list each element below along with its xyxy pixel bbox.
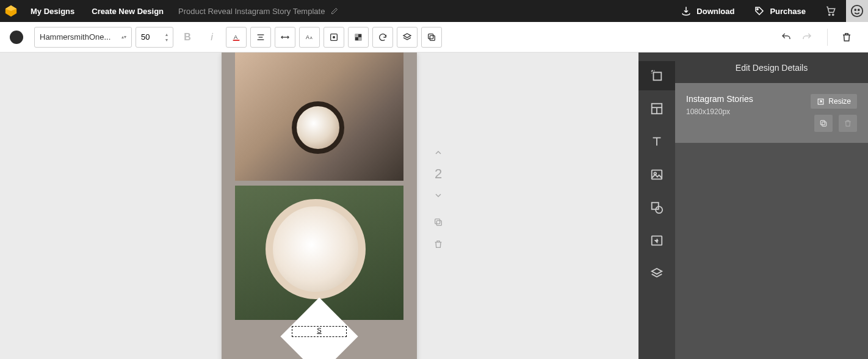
redo-button[interactable]: [801, 32, 812, 43]
canvas-area[interactable]: S FEATURING 2: [0, 53, 638, 359]
page-side-controls: 2: [433, 148, 443, 249]
create-new-design-link[interactable]: Create New Design: [83, 7, 172, 16]
font-size-value: 50: [141, 32, 150, 42]
font-color-button[interactable]: A: [226, 27, 247, 48]
spacing-button[interactable]: [275, 27, 295, 48]
svg-point-3: [829, 14, 830, 15]
account-smiley-icon[interactable]: [846, 0, 868, 22]
box-border-button[interactable]: [324, 27, 344, 48]
layers-button[interactable]: [397, 27, 418, 48]
text-color-swatch[interactable]: [10, 31, 23, 44]
rail-layers-icon[interactable]: [638, 259, 675, 288]
font-family-value: HammersmithOne...: [40, 32, 110, 42]
svg-text:A: A: [310, 36, 313, 40]
rail-shapes-icon[interactable]: [638, 193, 675, 222]
edit-title-icon[interactable]: [331, 7, 338, 15]
rail-favorites-icon[interactable]: [638, 226, 675, 255]
font-size-stepper-icon: ▴▾: [165, 32, 168, 43]
page-number-label: 2: [435, 166, 442, 182]
resize-label: Resize: [828, 97, 851, 106]
svg-rect-9: [233, 40, 240, 41]
canvas-page-2[interactable]: S: [222, 53, 417, 359]
svg-rect-26: [654, 73, 662, 81]
svg-rect-23: [429, 34, 433, 38]
design-title: Product Reveal Instagram Story Template: [172, 7, 331, 16]
svg-rect-20: [358, 37, 361, 40]
artboard-dimensions: 1080x1920px: [686, 107, 753, 116]
rail-images-icon[interactable]: [638, 160, 675, 189]
duplicate-artboard-icon[interactable]: [814, 115, 833, 132]
svg-point-5: [852, 5, 863, 16]
right-rail: [638, 53, 675, 359]
artboard-title: Instagram Stories: [686, 94, 753, 104]
svg-rect-22: [430, 35, 435, 40]
page-down-icon[interactable]: [433, 190, 443, 200]
svg-point-17: [333, 36, 335, 38]
svg-rect-38: [820, 120, 825, 125]
rail-design-details-icon[interactable]: [638, 61, 675, 90]
svg-rect-37: [822, 122, 826, 126]
toolbar-divider: [827, 29, 828, 46]
svg-point-7: [858, 9, 859, 10]
delete-button[interactable]: [835, 32, 858, 43]
app-logo[interactable]: [0, 0, 22, 22]
svg-rect-25: [435, 219, 440, 224]
font-size-input[interactable]: 50 ▴▾: [136, 27, 173, 48]
svg-text:A: A: [306, 34, 309, 40]
my-designs-link[interactable]: My Designs: [22, 7, 83, 16]
cart-icon[interactable]: [816, 5, 846, 16]
bold-button[interactable]: B: [177, 27, 198, 48]
svg-point-6: [855, 9, 856, 10]
svg-marker-21: [403, 34, 411, 38]
svg-marker-35: [652, 269, 662, 274]
side-panel-title: Edit Design Details: [675, 53, 868, 83]
top-header: My Designs Create New Design Product Rev…: [0, 0, 868, 22]
opacity-button[interactable]: [348, 27, 369, 48]
page-up-icon[interactable]: [433, 148, 443, 158]
rotate-button[interactable]: [372, 27, 393, 48]
font-select-stepper-icon: ▴▾: [121, 34, 126, 40]
italic-button[interactable]: i: [201, 27, 222, 48]
side-panel: Edit Design Details Instagram Stories 10…: [675, 53, 868, 359]
text-editing-box[interactable]: S: [292, 326, 347, 337]
text-transform-button[interactable]: AA: [299, 27, 320, 48]
purchase-button[interactable]: Purchase: [744, 5, 816, 16]
rail-layouts-icon[interactable]: [638, 94, 675, 123]
resize-button[interactable]: Resize: [811, 94, 857, 109]
text-toolbar: HammersmithOne... ▴▾ 50 ▴▾ B i A AA: [0, 22, 868, 53]
svg-point-4: [833, 14, 834, 15]
svg-rect-24: [436, 220, 441, 225]
delete-artboard-icon[interactable]: [839, 115, 857, 132]
svg-rect-19: [355, 34, 358, 37]
history-controls: [773, 32, 820, 43]
placeholder-image-watch-wrist[interactable]: [235, 53, 403, 181]
download-label: Download: [696, 7, 734, 16]
rail-text-icon[interactable]: [638, 127, 675, 156]
main-area: S FEATURING 2: [0, 53, 868, 359]
delete-page-icon[interactable]: [433, 239, 443, 249]
artboard-card[interactable]: Instagram Stories 1080x1920px Resize: [675, 83, 868, 143]
svg-rect-30: [652, 170, 662, 180]
purchase-label: Purchase: [770, 7, 806, 16]
duplicate-page-icon[interactable]: [433, 217, 443, 227]
download-button[interactable]: Download: [671, 5, 744, 16]
text-align-button[interactable]: [250, 27, 271, 48]
duplicate-button[interactable]: [421, 27, 442, 48]
font-family-select[interactable]: HammersmithOne... ▴▾: [34, 27, 132, 48]
svg-text:A: A: [234, 34, 238, 40]
undo-button[interactable]: [781, 32, 792, 43]
svg-point-2: [757, 9, 758, 10]
svg-rect-32: [652, 203, 659, 209]
